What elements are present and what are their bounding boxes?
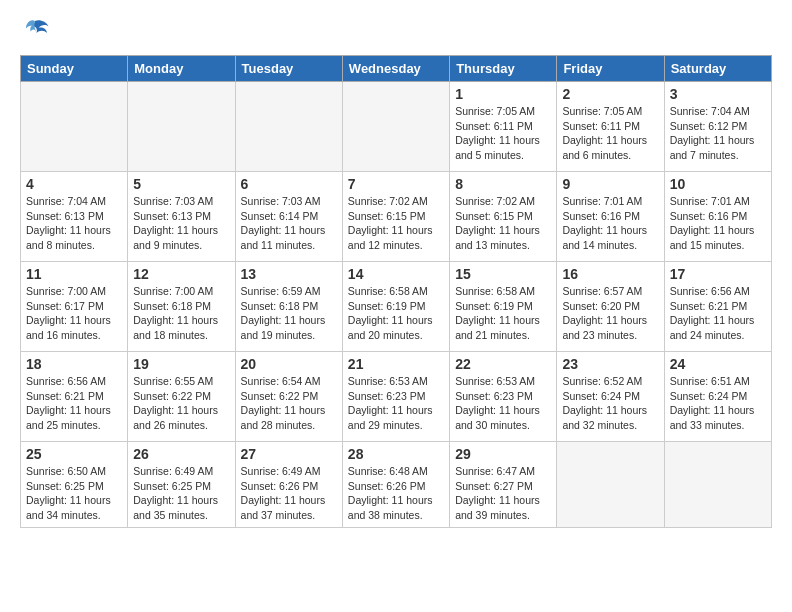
day-number: 19 bbox=[133, 356, 229, 372]
day-number: 25 bbox=[26, 446, 122, 462]
day-info: Sunrise: 6:57 AM Sunset: 6:20 PM Dayligh… bbox=[562, 284, 658, 343]
calendar-cell: 8Sunrise: 7:02 AM Sunset: 6:15 PM Daylig… bbox=[450, 172, 557, 262]
day-info: Sunrise: 6:59 AM Sunset: 6:18 PM Dayligh… bbox=[241, 284, 337, 343]
calendar-cell bbox=[664, 442, 771, 528]
calendar-cell bbox=[21, 82, 128, 172]
day-number: 7 bbox=[348, 176, 444, 192]
day-number: 1 bbox=[455, 86, 551, 102]
day-info: Sunrise: 6:56 AM Sunset: 6:21 PM Dayligh… bbox=[670, 284, 766, 343]
day-info: Sunrise: 7:03 AM Sunset: 6:14 PM Dayligh… bbox=[241, 194, 337, 253]
day-number: 22 bbox=[455, 356, 551, 372]
calendar-cell bbox=[235, 82, 342, 172]
day-number: 8 bbox=[455, 176, 551, 192]
day-number: 13 bbox=[241, 266, 337, 282]
calendar-cell: 1Sunrise: 7:05 AM Sunset: 6:11 PM Daylig… bbox=[450, 82, 557, 172]
calendar-cell: 13Sunrise: 6:59 AM Sunset: 6:18 PM Dayli… bbox=[235, 262, 342, 352]
calendar-cell: 28Sunrise: 6:48 AM Sunset: 6:26 PM Dayli… bbox=[342, 442, 449, 528]
calendar-header-sunday: Sunday bbox=[21, 56, 128, 82]
day-info: Sunrise: 7:02 AM Sunset: 6:15 PM Dayligh… bbox=[348, 194, 444, 253]
calendar-cell: 15Sunrise: 6:58 AM Sunset: 6:19 PM Dayli… bbox=[450, 262, 557, 352]
calendar-cell: 14Sunrise: 6:58 AM Sunset: 6:19 PM Dayli… bbox=[342, 262, 449, 352]
header bbox=[20, 15, 772, 45]
day-number: 20 bbox=[241, 356, 337, 372]
calendar-header-friday: Friday bbox=[557, 56, 664, 82]
day-info: Sunrise: 7:04 AM Sunset: 6:13 PM Dayligh… bbox=[26, 194, 122, 253]
day-number: 18 bbox=[26, 356, 122, 372]
day-number: 5 bbox=[133, 176, 229, 192]
calendar-cell: 5Sunrise: 7:03 AM Sunset: 6:13 PM Daylig… bbox=[128, 172, 235, 262]
day-info: Sunrise: 6:52 AM Sunset: 6:24 PM Dayligh… bbox=[562, 374, 658, 433]
day-info: Sunrise: 7:03 AM Sunset: 6:13 PM Dayligh… bbox=[133, 194, 229, 253]
calendar-header-row: SundayMondayTuesdayWednesdayThursdayFrid… bbox=[21, 56, 772, 82]
day-number: 21 bbox=[348, 356, 444, 372]
day-number: 9 bbox=[562, 176, 658, 192]
day-info: Sunrise: 6:51 AM Sunset: 6:24 PM Dayligh… bbox=[670, 374, 766, 433]
day-info: Sunrise: 6:47 AM Sunset: 6:27 PM Dayligh… bbox=[455, 464, 551, 523]
logo bbox=[20, 15, 50, 45]
week-row-2: 4Sunrise: 7:04 AM Sunset: 6:13 PM Daylig… bbox=[21, 172, 772, 262]
day-number: 3 bbox=[670, 86, 766, 102]
day-number: 2 bbox=[562, 86, 658, 102]
day-info: Sunrise: 6:55 AM Sunset: 6:22 PM Dayligh… bbox=[133, 374, 229, 433]
day-number: 15 bbox=[455, 266, 551, 282]
calendar-cell: 23Sunrise: 6:52 AM Sunset: 6:24 PM Dayli… bbox=[557, 352, 664, 442]
calendar-header-tuesday: Tuesday bbox=[235, 56, 342, 82]
calendar-cell: 9Sunrise: 7:01 AM Sunset: 6:16 PM Daylig… bbox=[557, 172, 664, 262]
day-info: Sunrise: 6:49 AM Sunset: 6:26 PM Dayligh… bbox=[241, 464, 337, 523]
day-info: Sunrise: 6:50 AM Sunset: 6:25 PM Dayligh… bbox=[26, 464, 122, 523]
day-number: 24 bbox=[670, 356, 766, 372]
calendar-cell: 25Sunrise: 6:50 AM Sunset: 6:25 PM Dayli… bbox=[21, 442, 128, 528]
calendar-cell: 16Sunrise: 6:57 AM Sunset: 6:20 PM Dayli… bbox=[557, 262, 664, 352]
day-number: 16 bbox=[562, 266, 658, 282]
calendar-cell: 22Sunrise: 6:53 AM Sunset: 6:23 PM Dayli… bbox=[450, 352, 557, 442]
calendar-header-thursday: Thursday bbox=[450, 56, 557, 82]
calendar-cell: 7Sunrise: 7:02 AM Sunset: 6:15 PM Daylig… bbox=[342, 172, 449, 262]
calendar-header-monday: Monday bbox=[128, 56, 235, 82]
calendar-cell: 27Sunrise: 6:49 AM Sunset: 6:26 PM Dayli… bbox=[235, 442, 342, 528]
calendar-cell bbox=[557, 442, 664, 528]
week-row-3: 11Sunrise: 7:00 AM Sunset: 6:17 PM Dayli… bbox=[21, 262, 772, 352]
calendar-cell: 24Sunrise: 6:51 AM Sunset: 6:24 PM Dayli… bbox=[664, 352, 771, 442]
calendar-cell: 2Sunrise: 7:05 AM Sunset: 6:11 PM Daylig… bbox=[557, 82, 664, 172]
day-info: Sunrise: 6:53 AM Sunset: 6:23 PM Dayligh… bbox=[455, 374, 551, 433]
day-number: 28 bbox=[348, 446, 444, 462]
day-number: 26 bbox=[133, 446, 229, 462]
calendar-header-wednesday: Wednesday bbox=[342, 56, 449, 82]
day-info: Sunrise: 7:01 AM Sunset: 6:16 PM Dayligh… bbox=[670, 194, 766, 253]
day-number: 4 bbox=[26, 176, 122, 192]
week-row-5: 25Sunrise: 6:50 AM Sunset: 6:25 PM Dayli… bbox=[21, 442, 772, 528]
calendar-cell: 3Sunrise: 7:04 AM Sunset: 6:12 PM Daylig… bbox=[664, 82, 771, 172]
calendar-cell: 11Sunrise: 7:00 AM Sunset: 6:17 PM Dayli… bbox=[21, 262, 128, 352]
calendar-table: SundayMondayTuesdayWednesdayThursdayFrid… bbox=[20, 55, 772, 528]
calendar-cell bbox=[128, 82, 235, 172]
day-info: Sunrise: 7:05 AM Sunset: 6:11 PM Dayligh… bbox=[562, 104, 658, 163]
day-info: Sunrise: 6:49 AM Sunset: 6:25 PM Dayligh… bbox=[133, 464, 229, 523]
day-info: Sunrise: 7:04 AM Sunset: 6:12 PM Dayligh… bbox=[670, 104, 766, 163]
day-number: 10 bbox=[670, 176, 766, 192]
week-row-4: 18Sunrise: 6:56 AM Sunset: 6:21 PM Dayli… bbox=[21, 352, 772, 442]
day-number: 23 bbox=[562, 356, 658, 372]
day-info: Sunrise: 6:58 AM Sunset: 6:19 PM Dayligh… bbox=[455, 284, 551, 343]
calendar-cell: 4Sunrise: 7:04 AM Sunset: 6:13 PM Daylig… bbox=[21, 172, 128, 262]
calendar-cell: 26Sunrise: 6:49 AM Sunset: 6:25 PM Dayli… bbox=[128, 442, 235, 528]
calendar-cell: 21Sunrise: 6:53 AM Sunset: 6:23 PM Dayli… bbox=[342, 352, 449, 442]
calendar-header-saturday: Saturday bbox=[664, 56, 771, 82]
day-info: Sunrise: 7:01 AM Sunset: 6:16 PM Dayligh… bbox=[562, 194, 658, 253]
page: SundayMondayTuesdayWednesdayThursdayFrid… bbox=[0, 0, 792, 543]
day-number: 27 bbox=[241, 446, 337, 462]
day-number: 6 bbox=[241, 176, 337, 192]
calendar-cell: 19Sunrise: 6:55 AM Sunset: 6:22 PM Dayli… bbox=[128, 352, 235, 442]
day-number: 12 bbox=[133, 266, 229, 282]
calendar-cell: 29Sunrise: 6:47 AM Sunset: 6:27 PM Dayli… bbox=[450, 442, 557, 528]
week-row-1: 1Sunrise: 7:05 AM Sunset: 6:11 PM Daylig… bbox=[21, 82, 772, 172]
day-info: Sunrise: 6:56 AM Sunset: 6:21 PM Dayligh… bbox=[26, 374, 122, 433]
calendar-cell: 18Sunrise: 6:56 AM Sunset: 6:21 PM Dayli… bbox=[21, 352, 128, 442]
calendar-cell bbox=[342, 82, 449, 172]
day-number: 14 bbox=[348, 266, 444, 282]
day-info: Sunrise: 6:53 AM Sunset: 6:23 PM Dayligh… bbox=[348, 374, 444, 433]
day-info: Sunrise: 6:48 AM Sunset: 6:26 PM Dayligh… bbox=[348, 464, 444, 523]
day-info: Sunrise: 7:02 AM Sunset: 6:15 PM Dayligh… bbox=[455, 194, 551, 253]
calendar-cell: 20Sunrise: 6:54 AM Sunset: 6:22 PM Dayli… bbox=[235, 352, 342, 442]
day-info: Sunrise: 7:05 AM Sunset: 6:11 PM Dayligh… bbox=[455, 104, 551, 163]
calendar-cell: 6Sunrise: 7:03 AM Sunset: 6:14 PM Daylig… bbox=[235, 172, 342, 262]
